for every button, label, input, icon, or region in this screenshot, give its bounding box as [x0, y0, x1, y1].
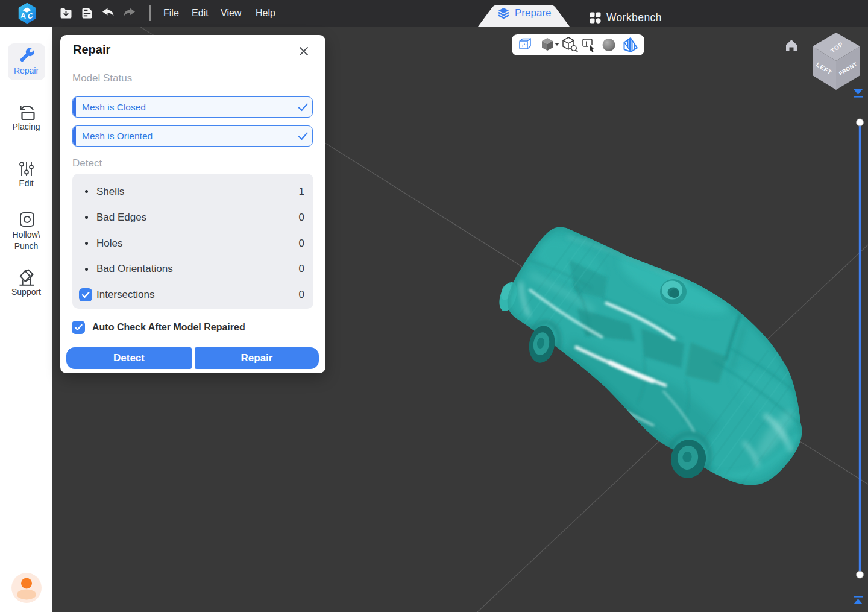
svg-text:A: A [20, 11, 26, 21]
svg-text:C: C [28, 11, 33, 21]
